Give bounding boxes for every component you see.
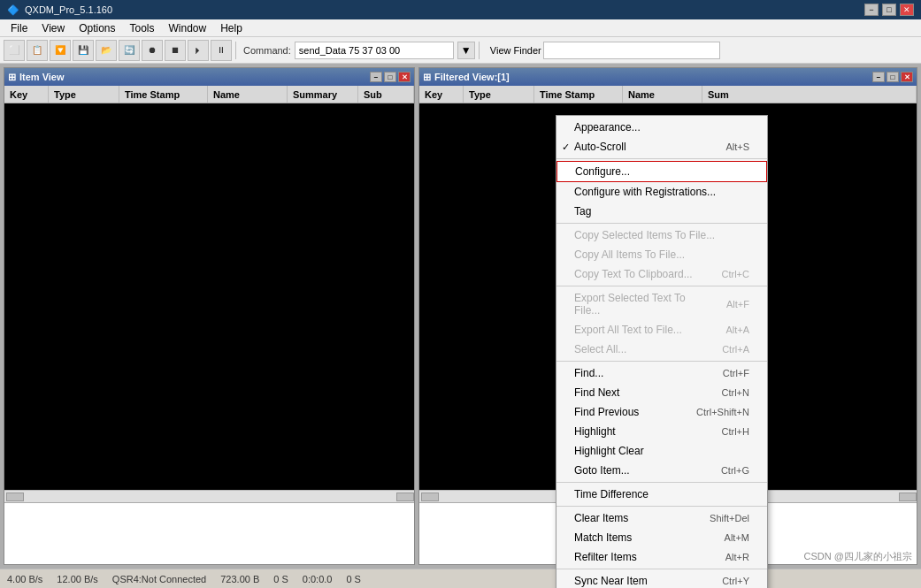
ctx-item-17[interactable]: Time Difference [556,485,767,504]
ctx-label-16: Goto Item... [574,464,630,477]
left-panel-header: Key Type Time Stamp Name Summary Sub [4,86,414,103]
menu-tools[interactable]: Tools [123,19,162,36]
right-panel-header: Key Type Time Stamp Name Sum [419,86,917,103]
ctx-item-14[interactable]: HighlightCtrl+H [556,422,767,441]
right-panel-close[interactable]: ✕ [901,72,913,82]
ctx-label-8: Export Selected Text To File... [574,292,709,317]
ctx-shortcut-8: Alt+F [726,299,749,309]
ctx-item-11[interactable]: Find...Ctrl+F [556,363,767,383]
ctx-item-21[interactable]: Sync Near ItemCtrl+Y [556,571,767,588]
toolbar-btn-3[interactable]: 🔽 [50,40,71,61]
left-panel-minimize[interactable]: − [370,72,382,82]
watermark: CSDN @四儿家的小祖宗 [804,550,912,563]
ctx-shortcut-11: Ctrl+F [723,368,749,378]
menu-bar: File View Options Tools Window Help [0,19,921,37]
left-hscroll-track[interactable] [24,493,396,500]
left-col-type: Type [49,86,119,103]
toolbar-btn-4[interactable]: 💾 [73,40,94,61]
ctx-shortcut-1: Alt+S [725,141,749,152]
ctx-item-13[interactable]: Find PreviousCtrl+Shift+N [556,402,767,422]
ctx-label-12: Find Next [574,386,619,399]
left-hscroll-left[interactable] [6,493,24,501]
ctx-label-7: Copy Text To Clipboard... [574,268,693,280]
ctx-item-15[interactable]: Highlight Clear [556,441,767,461]
ctx-label-11: Find... [574,367,603,379]
context-menu: Appearance...✓Auto-ScrollAlt+SConfigure.… [556,115,768,588]
ctx-sep-7 [556,286,767,286]
right-panel-minimize[interactable]: − [872,72,885,82]
ctx-item-12[interactable]: Find NextCtrl+N [556,383,767,402]
menu-window[interactable]: Window [162,19,214,36]
toolbar-btn-5[interactable]: 📂 [96,40,117,61]
status-connection: QSR4:Not Connected [112,574,206,584]
left-hscroll-right[interactable] [396,493,414,501]
left-col-key: Key [4,86,49,103]
maximize-button[interactable]: □ [882,4,896,16]
ctx-item-16[interactable]: Goto Item...Ctrl+G [556,461,767,480]
ctx-item-5: Copy Selected Items To File... [556,225,767,245]
ctx-item-18[interactable]: Clear ItemsShift+Del [556,508,767,528]
toolbar-sep-2 [479,42,480,59]
ctx-item-4[interactable]: Tag [556,202,767,221]
ctx-label-14: Highlight [574,425,616,438]
ctx-sep-16 [556,482,767,483]
command-dropdown[interactable]: ▼ [457,42,475,59]
toolbar-sep-1 [235,42,236,59]
right-hscroll-right[interactable] [899,493,917,501]
close-button[interactable]: ✕ [900,4,914,16]
toolbar-btn-1[interactable]: ⬜ [4,40,25,61]
ctx-item-19[interactable]: Match ItemsAlt+M [556,528,767,547]
menu-help[interactable]: Help [213,19,249,36]
view-finder-input[interactable] [543,42,720,59]
right-col-key: Key [419,86,464,103]
ctx-label-20: Refilter Items [574,551,637,563]
ctx-shortcut-7: Ctrl+C [722,269,749,279]
ctx-label-10: Select All... [574,343,626,355]
app-title: QXDM_Pro_5.1.160 [25,4,112,15]
menu-options[interactable]: Options [72,19,122,36]
left-panel-maximize[interactable]: □ [384,72,396,82]
ctx-item-2[interactable]: Configure... [556,161,767,182]
ctx-item-20[interactable]: Refilter ItemsAlt+R [556,547,767,567]
menu-file[interactable]: File [4,19,35,36]
right-panel-title-bar: ⊞ Filtered View:[1] − □ ✕ [419,68,917,86]
toolbar-btn-7[interactable]: ⏺ [142,40,163,61]
ctx-shortcut-20: Alt+R [725,552,749,562]
toolbar-btn-9[interactable]: ⏵ [188,40,209,61]
ctx-label-17: Time Difference [574,488,649,500]
ctx-item-0[interactable]: Appearance... [556,118,767,137]
left-panel-close[interactable]: ✕ [398,72,411,82]
ctx-sep-17 [556,506,767,507]
ctx-sep-4 [556,223,767,224]
toolbar-btn-2[interactable]: 📋 [27,40,48,61]
toolbar-btn-6[interactable]: 🔄 [119,40,140,61]
left-panel: ⊞ Item View − □ ✕ Key Type Time Stamp Na… [4,67,415,565]
toolbar-btn-10[interactable]: ⏸ [211,40,232,61]
right-panel-controls: − □ ✕ [872,72,913,82]
status-speed2: 12.00 B/s [57,574,97,584]
right-hscroll-left[interactable] [421,493,439,501]
ctx-item-3[interactable]: Configure with Registrations... [556,182,767,202]
ctx-label-5: Copy Selected Items To File... [574,229,715,241]
right-col-type: Type [464,86,534,103]
status-os: 0 S [273,574,288,584]
minimize-button[interactable]: − [864,4,879,16]
ctx-label-0: Appearance... [574,121,641,134]
right-col-timestamp: Time Stamp [534,86,623,103]
command-input[interactable] [295,42,454,59]
right-col-name: Name [623,86,702,103]
ctx-sep-1 [556,158,767,159]
ctx-shortcut-13: Ctrl+Shift+N [696,407,749,417]
left-panel-title-bar: ⊞ Item View − □ ✕ [4,68,414,86]
right-panel-maximize[interactable]: □ [886,72,899,82]
ctx-item-1[interactable]: ✓Auto-ScrollAlt+S [556,137,767,157]
ctx-label-2: Configure... [575,165,630,178]
right-col-sum: Sum [702,86,917,103]
ctx-item-9: Export All Text to File...Alt+A [556,320,767,340]
ctx-shortcut-10: Ctrl+A [722,344,749,355]
left-panel-hscroll[interactable] [4,490,414,502]
menu-view[interactable]: View [35,19,72,36]
ctx-label-13: Find Previous [574,406,639,418]
ctx-label-19: Match Items [574,531,632,544]
toolbar-btn-8[interactable]: ⏹ [165,40,186,61]
